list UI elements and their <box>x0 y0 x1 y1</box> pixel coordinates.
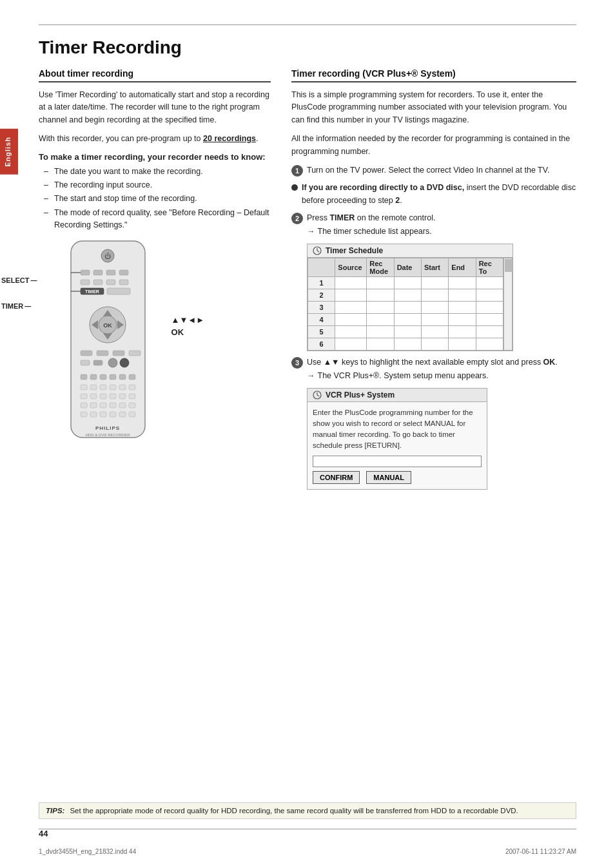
row-recto <box>476 325 503 338</box>
svg-rect-56 <box>90 412 97 417</box>
svg-rect-23 <box>81 351 92 356</box>
svg-rect-59 <box>119 412 126 417</box>
step2-text: Press TIMER on the remote control. →The … <box>307 212 576 238</box>
ok-label: OK <box>171 327 204 337</box>
row-end <box>449 289 476 301</box>
svg-text:HDD & DVD RECORDER: HDD & DVD RECORDER <box>85 433 130 437</box>
step3-result: The VCR Plus+®. System setup menu appear… <box>318 371 489 380</box>
dvd-bold: If you are recording directly to a DVD d… <box>302 183 464 192</box>
row-start <box>421 276 448 289</box>
row-recto <box>476 338 503 350</box>
list-item: The date you want to make the recording. <box>44 166 271 178</box>
left-subtitle: To make a timer recording, your recorder… <box>39 152 271 162</box>
row-source <box>335 325 367 338</box>
row-source <box>335 289 367 301</box>
vcr-plus-title: VCR Plus+ System <box>308 389 487 402</box>
row-date <box>394 301 421 313</box>
step2-press: Press <box>307 213 329 222</box>
row-source <box>335 276 367 289</box>
svg-rect-39 <box>100 385 106 390</box>
svg-rect-3 <box>81 270 90 275</box>
svg-rect-48 <box>129 394 135 399</box>
row-end <box>449 313 476 325</box>
row-source <box>335 313 367 325</box>
tips-text: Set the appropriate mode of record quali… <box>70 807 518 815</box>
row-recto <box>476 276 503 289</box>
step3: 3 Use ▲▼ keys to highlight the next avai… <box>291 356 576 383</box>
remote-diagram-area: SELECT — TIMER — <box>39 238 271 447</box>
svg-rect-27 <box>81 360 90 365</box>
svg-rect-7 <box>81 280 90 285</box>
confirm-button[interactable]: CONFIRM <box>313 471 360 484</box>
row-date <box>394 276 421 289</box>
row-start <box>421 313 448 325</box>
step1: 1 Turn on the TV power. Select the corre… <box>291 164 576 177</box>
svg-line-65 <box>317 251 319 252</box>
bullet-circle <box>291 184 298 191</box>
svg-rect-58 <box>110 412 116 417</box>
step2-text2: on the remote control. <box>355 213 435 222</box>
page-number: 44 <box>39 829 48 838</box>
arrows-ok-label: ▲▼◄► OK <box>171 315 204 337</box>
svg-rect-51 <box>100 403 106 408</box>
timer-schedule-title: Timer Schedule <box>308 244 512 258</box>
svg-rect-10 <box>119 280 128 285</box>
manual-button[interactable]: MANUAL <box>366 471 411 484</box>
step3-use: Use <box>307 358 324 367</box>
svg-rect-41 <box>119 385 126 390</box>
svg-rect-4 <box>93 270 102 275</box>
row-num: 3 <box>308 301 335 313</box>
vcr-plus-description: Enter the PlusCode programming number fo… <box>313 407 482 452</box>
left-para2: With this recorder, you can pre-program … <box>39 133 271 145</box>
footer-info: 1_dvdr3455H_eng_21832.indd 44 2007-06-11… <box>39 848 576 855</box>
step3-ok: OK <box>543 358 556 367</box>
step2-timer: TIMER <box>329 213 355 222</box>
list-item: The mode of record quality, see "Before … <box>44 207 271 232</box>
col-recmode: Rec Mode <box>367 258 394 276</box>
clock-icon <box>313 246 322 255</box>
step2: 2 Press TIMER on the remote control. →Th… <box>291 212 576 238</box>
step2-num: 2 <box>291 213 303 224</box>
vcr-plus-buttons: CONFIRM MANUAL <box>313 471 482 484</box>
step2-result: The timer schedule list appears. <box>318 227 432 236</box>
vcr-plus-input[interactable] <box>313 456 482 467</box>
svg-rect-9 <box>106 280 115 285</box>
step1-text: Turn on the TV power. Select the correct… <box>307 164 576 177</box>
step3-num: 3 <box>291 357 303 369</box>
svg-rect-26 <box>129 351 141 356</box>
row-end <box>449 276 476 289</box>
svg-rect-54 <box>129 403 135 408</box>
svg-text:OK: OK <box>103 322 112 329</box>
row-num: 2 <box>308 289 335 301</box>
remote-svg: ⏻ <box>58 238 158 444</box>
vcr-clock-icon <box>313 391 322 400</box>
row-recmode <box>367 276 394 289</box>
svg-rect-28 <box>93 360 102 365</box>
step3-arrow-text: →The VCR Plus+®. System setup menu appea… <box>307 370 576 382</box>
scrollbar[interactable] <box>503 258 512 351</box>
left-para1: Use 'Timer Recording' to automatically s… <box>39 89 271 126</box>
left-section-header: About timer recording <box>39 68 271 82</box>
dvd-period: . <box>400 196 402 205</box>
row-recto <box>476 289 503 301</box>
svg-rect-24 <box>97 351 108 356</box>
row-recto <box>476 313 503 325</box>
dvd-bullet-text: If you are recording directly to a DVD d… <box>302 182 576 207</box>
svg-rect-31 <box>81 374 87 380</box>
svg-rect-43 <box>81 394 87 399</box>
row-source <box>335 338 367 350</box>
requirements-list: The date you want to make the recording.… <box>39 166 271 232</box>
right-column: Timer recording (VCR Plus+® System) This… <box>291 68 576 490</box>
col-date: Date <box>394 258 421 276</box>
svg-rect-42 <box>129 385 135 390</box>
page-title: Timer Recording <box>39 37 576 58</box>
row-date <box>394 325 421 338</box>
svg-rect-52 <box>110 403 116 408</box>
row-num: 6 <box>308 338 335 350</box>
list-item: The start and stop time of the recording… <box>44 193 271 205</box>
dvd-bullet: If you are recording directly to a DVD d… <box>291 182 576 207</box>
bottom-border <box>39 829 576 829</box>
right-intro2: All the information needed by the record… <box>291 133 576 158</box>
timer-label: TIMER — <box>1 302 37 310</box>
svg-rect-34 <box>110 374 116 380</box>
